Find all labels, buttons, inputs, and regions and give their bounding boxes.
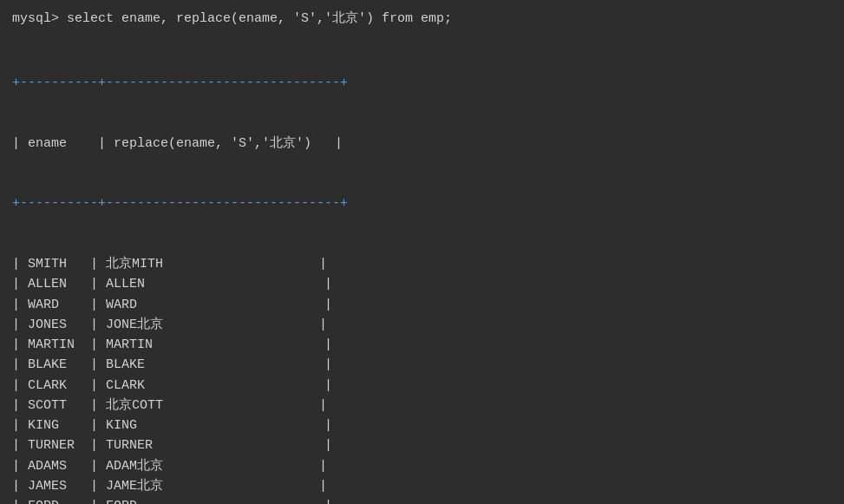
table-row: | BLAKE | BLAKE |: [12, 355, 832, 375]
table-row: | JAMES | JAME北京 |: [12, 476, 832, 496]
terminal: mysql> select ename, replace(ename, 'S',…: [12, 9, 832, 504]
table-row: | MARTIN | MARTIN |: [12, 335, 832, 355]
separator-top: +----------+----------------------------…: [12, 73, 832, 93]
table-row: | CLARK | CLARK |: [12, 376, 832, 396]
table-row: | ALLEN | ALLEN |: [12, 274, 832, 294]
table-container: +----------+----------------------------…: [12, 32, 832, 504]
table-row: | KING | KING |: [12, 416, 832, 435]
table-row: | FORD | FORD |: [12, 496, 832, 504]
table-row: | SMITH | 北京MITH |: [12, 254, 832, 274]
table-row: | SCOTT | 北京COTT |: [12, 396, 832, 416]
table-header: | ename | replace(ename, 'S','北京') |: [12, 134, 832, 154]
table-row: | JONES | JONE北京 |: [12, 315, 832, 335]
separator-mid: +----------+----------------------------…: [12, 193, 832, 213]
table-row: | ADAMS | ADAM北京 |: [12, 456, 832, 476]
table-row: | TURNER | TURNER |: [12, 435, 832, 455]
table-row: | WARD | WARD |: [12, 295, 832, 315]
table-rows: | SMITH | 北京MITH || ALLEN | ALLEN || WAR…: [12, 254, 832, 504]
command-line: mysql> select ename, replace(ename, 'S',…: [12, 9, 832, 29]
